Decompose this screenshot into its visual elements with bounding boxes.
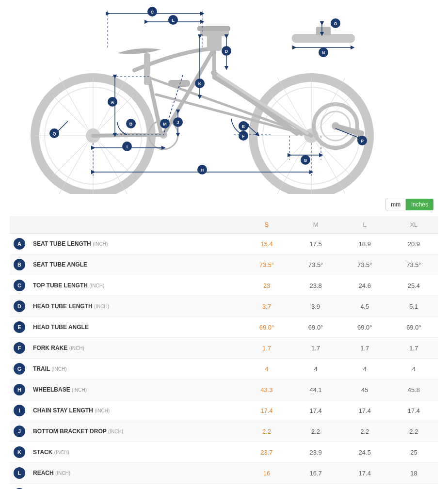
row-name-F: FORK RAKE (inch) bbox=[29, 338, 242, 359]
row-m-J: 2.2 bbox=[291, 421, 340, 442]
row-l-H: 45 bbox=[340, 379, 389, 400]
row-badge-D: D bbox=[10, 296, 29, 317]
svg-text:Q: Q bbox=[52, 131, 56, 136]
svg-rect-34 bbox=[207, 34, 222, 51]
inches-button[interactable]: inches bbox=[406, 199, 433, 210]
row-name-L: REACH (inch) bbox=[29, 463, 242, 484]
svg-text:N: N bbox=[322, 50, 325, 55]
row-badge-B: B bbox=[10, 254, 29, 275]
row-name-D: HEAD TUBE LENGTH (inch) bbox=[29, 296, 242, 317]
row-name-E: HEAD TUBE ANGLE bbox=[29, 317, 242, 338]
row-badge-H: H bbox=[10, 379, 29, 400]
row-s-F: 1.7 bbox=[242, 338, 291, 359]
svg-text:G: G bbox=[304, 158, 307, 163]
row-s-K: 23.7 bbox=[242, 442, 291, 463]
svg-text:J: J bbox=[176, 120, 179, 125]
row-xl-K: 25 bbox=[389, 442, 438, 463]
table-header-row: S M L XL bbox=[10, 216, 438, 234]
row-l-I: 17.4 bbox=[340, 400, 389, 421]
row-badge-L: L bbox=[10, 463, 29, 484]
row-xl-G: 4 bbox=[389, 359, 438, 379]
bike-diagram: A B C D E F G H I bbox=[10, 5, 438, 194]
row-s-L: 16 bbox=[242, 463, 291, 484]
row-badge-M: M bbox=[10, 484, 29, 489]
table-row: B SEAT TUBE ANGLE 73.5° 73.5° 73.5° 73.5… bbox=[10, 254, 438, 275]
row-s-D: 3.7 bbox=[242, 296, 291, 317]
svg-text:O: O bbox=[334, 21, 337, 26]
table-row: E HEAD TUBE ANGLE 69.0° 69.0° 69.0° 69.0… bbox=[10, 317, 438, 338]
col-s-header: S bbox=[242, 216, 291, 234]
row-badge-C: C bbox=[10, 275, 29, 296]
svg-text:C: C bbox=[151, 10, 154, 15]
row-s-C: 23 bbox=[242, 275, 291, 296]
col-l-header: L bbox=[340, 216, 389, 234]
row-xl-F: 1.7 bbox=[389, 338, 438, 359]
col-xl-header: XL bbox=[389, 216, 438, 234]
row-s-E: 69.0° bbox=[242, 317, 291, 338]
row-s-G: 4 bbox=[242, 359, 291, 379]
row-l-A: 18.9 bbox=[340, 234, 389, 254]
svg-text:F: F bbox=[242, 134, 245, 139]
row-name-B: SEAT TUBE ANGLE bbox=[29, 254, 242, 275]
svg-text:P: P bbox=[361, 139, 364, 143]
svg-text:L: L bbox=[172, 18, 175, 23]
row-m-K: 23.9 bbox=[291, 442, 340, 463]
row-s-A: 15.4 bbox=[242, 234, 291, 254]
row-m-G: 4 bbox=[291, 359, 340, 379]
mm-button[interactable]: mm bbox=[385, 199, 406, 210]
row-l-G: 4 bbox=[340, 359, 389, 379]
table-row: L REACH (inch) 16 16.7 17.4 18 bbox=[10, 463, 438, 484]
row-badge-G: G bbox=[10, 359, 29, 379]
row-m-A: 17.5 bbox=[291, 234, 340, 254]
row-xl-J: 2.2 bbox=[389, 421, 438, 442]
row-name-A: SEAT TUBE LENGTH (inch) bbox=[29, 234, 242, 254]
row-badge-J: J bbox=[10, 421, 29, 442]
row-m-F: 1.7 bbox=[291, 338, 340, 359]
row-name-M: STAND OVER HEIGHT (inch) bbox=[29, 484, 242, 489]
row-m-D: 3.9 bbox=[291, 296, 340, 317]
row-name-J: BOTTOM BRACKET DROP (inch) bbox=[29, 421, 242, 442]
svg-rect-38 bbox=[168, 80, 190, 87]
row-l-M: 29.6 bbox=[340, 484, 389, 489]
table-row: F FORK RAKE (inch) 1.7 1.7 1.7 1.7 bbox=[10, 338, 438, 359]
row-l-C: 24.6 bbox=[340, 275, 389, 296]
unit-switcher: mm inches bbox=[10, 199, 438, 210]
row-xl-B: 73.5° bbox=[389, 254, 438, 275]
page-container: A B C D E F G H I bbox=[0, 0, 448, 489]
row-l-B: 73.5° bbox=[340, 254, 389, 275]
row-xl-D: 5.1 bbox=[389, 296, 438, 317]
table-row: I CHAIN STAY LENGTH (inch) 17.4 17.4 17.… bbox=[10, 400, 438, 421]
row-badge-K: K bbox=[10, 442, 29, 463]
row-m-L: 16.7 bbox=[291, 463, 340, 484]
row-xl-H: 45.8 bbox=[389, 379, 438, 400]
row-xl-I: 17.4 bbox=[389, 400, 438, 421]
svg-rect-89 bbox=[316, 27, 331, 35]
table-row: C TOP TUBE LENGTH (inch) 23 23.8 24.6 25… bbox=[10, 275, 438, 296]
row-name-I: CHAIN STAY LENGTH (inch) bbox=[29, 400, 242, 421]
row-l-L: 17.4 bbox=[340, 463, 389, 484]
row-l-J: 2.2 bbox=[340, 421, 389, 442]
svg-text:D: D bbox=[225, 49, 228, 54]
table-row: H WHEELBASE (inch) 43.3 44.1 45 45.8 bbox=[10, 379, 438, 400]
row-m-M: 29.1 bbox=[291, 484, 340, 489]
row-xl-A: 20.9 bbox=[389, 234, 438, 254]
row-m-C: 23.8 bbox=[291, 275, 340, 296]
row-badge-F: F bbox=[10, 338, 29, 359]
row-badge-A: A bbox=[10, 234, 29, 254]
table-row: M STAND OVER HEIGHT (inch) 27.6 29.1 29.… bbox=[10, 484, 438, 489]
row-m-H: 44.1 bbox=[291, 379, 340, 400]
row-s-H: 43.3 bbox=[242, 379, 291, 400]
row-s-I: 17.4 bbox=[242, 400, 291, 421]
row-badge-E: E bbox=[10, 317, 29, 338]
svg-text:A: A bbox=[111, 100, 114, 105]
row-s-J: 2.2 bbox=[242, 421, 291, 442]
svg-text:B: B bbox=[129, 122, 133, 126]
col-m-header: M bbox=[291, 216, 340, 234]
row-name-G: TRAIL (inch) bbox=[29, 359, 242, 379]
svg-text:I: I bbox=[127, 144, 128, 149]
row-s-B: 73.5° bbox=[242, 254, 291, 275]
svg-text:E: E bbox=[242, 124, 245, 129]
table-body: A SEAT TUBE LENGTH (inch) 15.4 17.5 18.9… bbox=[10, 234, 438, 489]
svg-text:H: H bbox=[201, 168, 204, 173]
row-xl-E: 69.0° bbox=[389, 317, 438, 338]
